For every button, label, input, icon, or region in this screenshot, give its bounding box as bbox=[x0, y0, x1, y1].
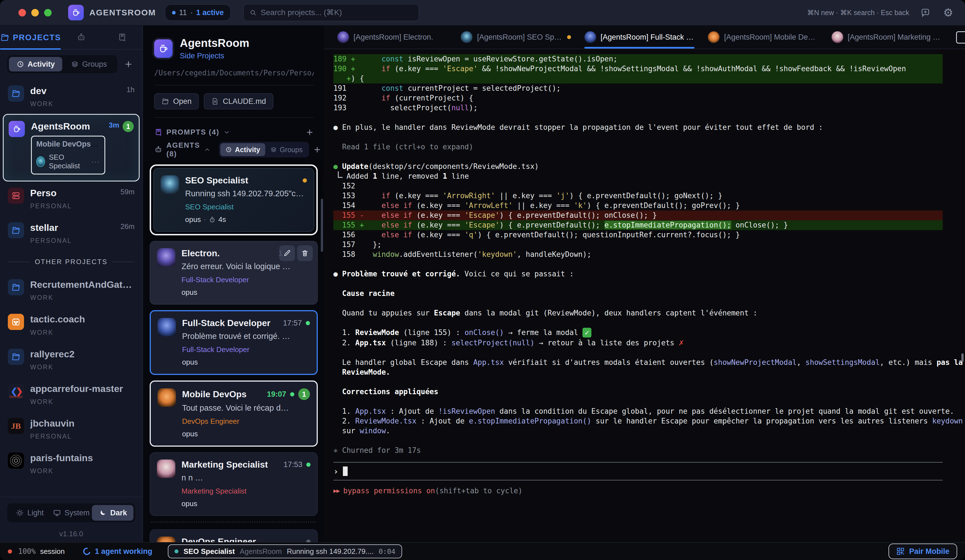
open-folder-button[interactable]: Open bbox=[154, 93, 199, 109]
edit-agent-button[interactable] bbox=[279, 245, 295, 261]
prompts-section-header[interactable]: PROMPTS (4) bbox=[143, 126, 324, 139]
statusbar: 100% session 1 agent working SEO Special… bbox=[0, 542, 965, 560]
project-info: rallyerec2WORK bbox=[30, 349, 134, 371]
plus-icon bbox=[313, 145, 321, 154]
panel-scrollbar[interactable] bbox=[321, 199, 323, 252]
terminal-tab--agentsroom-marketing-[interactable]: [AgentsRoom] Marketing … bbox=[825, 26, 948, 49]
chevron-up-icon[interactable] bbox=[204, 146, 211, 153]
theme-dark-button[interactable]: Dark bbox=[92, 505, 134, 521]
agent-status-dot bbox=[306, 540, 311, 542]
terminal-line bbox=[334, 113, 943, 122]
agent-info: Marketing Specialist17:53n n …Marketing … bbox=[182, 459, 311, 508]
meta-separator: · bbox=[204, 215, 206, 224]
tab-agents[interactable] bbox=[61, 26, 101, 49]
focused-agent-outline: SEO SpecialistRunning ssh 149.202.79.205… bbox=[150, 165, 318, 235]
project-item-dev[interactable]: devWORK1h bbox=[3, 79, 140, 114]
theme-light-button[interactable]: Light bbox=[9, 505, 51, 521]
project-item-Perso[interactable]: PersoPERSONAL59m bbox=[3, 181, 140, 216]
agent-card-devops-engineer[interactable]: DevOps EngineerDevOps Engineeropus bbox=[150, 529, 318, 542]
session-count: 11 bbox=[179, 8, 187, 17]
agent-card-mobile-devops[interactable]: Mobile DevOps19:071Tout passe. Voici le … bbox=[150, 380, 318, 447]
active-agent-pill[interactable]: SEO Specialist AgentsRoom Running ssh 14… bbox=[168, 544, 402, 558]
delete-agent-button[interactable] bbox=[297, 245, 313, 261]
agent-avatar bbox=[157, 388, 176, 407]
project-icon bbox=[154, 39, 173, 58]
project-info: paris-funtainsWORK bbox=[30, 452, 134, 475]
agent-info: Full-Stack Developer17:57Problème trouvé… bbox=[182, 318, 310, 367]
project-item-AgentsRoom[interactable]: AgentsRoomMobile DevOps: Tout passe. Vo.… bbox=[3, 114, 140, 181]
tab-prompts[interactable] bbox=[101, 26, 142, 49]
project-name: rallyerec2 bbox=[30, 349, 134, 359]
panel-layout-icon[interactable] bbox=[956, 31, 965, 44]
active-sessions-badge[interactable]: 11 · 1 active bbox=[165, 4, 231, 21]
add-prompt-button[interactable] bbox=[306, 128, 314, 137]
server-icon bbox=[8, 188, 24, 204]
project-item-paris-funtains[interactable]: paris-funtainsWORK bbox=[3, 446, 140, 481]
project-item-jbchauvin[interactable]: JBjbchauvinPERSONAL bbox=[3, 412, 140, 446]
agents-filter-groups[interactable]: Groups bbox=[265, 143, 308, 156]
clock-icon bbox=[225, 146, 232, 153]
agent-name: Full-Stack Developer bbox=[182, 318, 271, 328]
terminal-scrollbar[interactable] bbox=[962, 353, 963, 362]
terminal-line: 152 bbox=[334, 181, 943, 191]
add-agent-button[interactable] bbox=[313, 145, 321, 154]
projects-list: devWORK1hAgentsRoomMobile DevOps: Tout p… bbox=[0, 77, 142, 496]
folder-icon bbox=[8, 279, 24, 296]
window-close-button[interactable] bbox=[18, 9, 26, 16]
agents-section-header: AGENTS (8) Activity Groups bbox=[143, 139, 324, 160]
agents-label: AGENTS (8) bbox=[167, 141, 200, 158]
moon-icon bbox=[98, 509, 107, 517]
project-info: stellarPERSONAL bbox=[30, 222, 117, 245]
terminal-line bbox=[334, 348, 943, 358]
permissions-mode-hint: ▶▶ bypass permissions on (shift+tab to c… bbox=[334, 486, 943, 496]
sidebar: PROJECTS Activity Groups bbox=[0, 26, 143, 542]
theme-dark-label: Dark bbox=[110, 509, 127, 517]
add-project-button[interactable] bbox=[122, 57, 135, 71]
agent-card-electron-[interactable]: Electron.Zéro erreur. Voici la logique …… bbox=[150, 241, 318, 305]
agent-status-dot bbox=[175, 549, 178, 553]
agent-model-name: opus bbox=[182, 288, 197, 297]
plus-icon bbox=[306, 128, 314, 137]
agent-info: Mobile DevOps19:071Tout passe. Voici le … bbox=[182, 388, 310, 438]
agent-card-seo-specialist[interactable]: SEO SpecialistRunning ssh 149.202.79.205… bbox=[153, 168, 314, 232]
window-minimize-button[interactable] bbox=[31, 9, 39, 16]
project-item-rallyerec2[interactable]: rallyerec2WORK bbox=[3, 343, 140, 377]
filter-groups[interactable]: Groups bbox=[62, 57, 116, 72]
project-item-appcarrefour-master[interactable]: ❮❯Martiniqueappcarrefour-masterWORK bbox=[3, 377, 140, 412]
agent-card-marketing-specialist[interactable]: Marketing Specialist17:53n n …Marketing … bbox=[150, 452, 318, 516]
feedback-button[interactable] bbox=[919, 6, 932, 19]
tab-projects[interactable]: PROJECTS bbox=[0, 26, 61, 49]
monitor-icon bbox=[53, 509, 61, 517]
project-item-RecrutementAndGateway[interactable]: RecrutementAndGatewayWORK bbox=[3, 273, 140, 308]
agent-card-full-stack-developer[interactable]: Full-Stack Developer17:57Problème trouvé… bbox=[150, 310, 318, 375]
search-input-wrap[interactable] bbox=[243, 4, 419, 21]
agents-filter-activity[interactable]: Activity bbox=[220, 143, 265, 156]
project-item-stellar[interactable]: stellarPERSONAL26m bbox=[3, 216, 140, 251]
project-item-tactic.coach[interactable]: tactic.coachWORK bbox=[3, 308, 140, 342]
project-group-link[interactable]: Side Projects bbox=[180, 52, 249, 60]
preview-agent-name: Mobile DevOps: bbox=[36, 140, 98, 148]
terminal-prompt[interactable]: › bbox=[334, 462, 943, 480]
terminal-output-area[interactable]: 189 + const isReviewOpen = useReviewStor… bbox=[324, 49, 965, 542]
filter-activity[interactable]: Activity bbox=[9, 57, 62, 72]
project-category: WORK bbox=[30, 329, 134, 336]
terminal-tab--agentsroom-full-stack-[interactable]: [AgentsRoom] Full-Stack … bbox=[578, 26, 701, 49]
preview-subagent-name: SEO Specialist bbox=[49, 153, 87, 170]
agent-avatar bbox=[157, 248, 175, 266]
claude-md-button[interactable]: CLAUDE.md bbox=[204, 93, 273, 109]
theme-system-button[interactable]: System bbox=[51, 505, 92, 521]
project-preview-box[interactable]: Mobile DevOps: Tout passe. Vo...SEO Spec… bbox=[31, 136, 105, 175]
project-name: appcarrefour-master bbox=[30, 383, 134, 394]
agents-working-label[interactable]: 1 agent working bbox=[95, 547, 152, 556]
diff-line: 189 + const isReviewOpen = useReviewStor… bbox=[334, 54, 943, 64]
terminal-tab--agentsroom-seo-speci-[interactable]: [AgentsRoom] SEO Speci… bbox=[454, 26, 577, 49]
search-input[interactable] bbox=[261, 8, 413, 17]
project-time: 3m bbox=[109, 121, 119, 129]
window-zoom-button[interactable] bbox=[44, 9, 52, 16]
terminal-tab--agentsroom-mobile-dev-[interactable]: [AgentsRoom] Mobile Dev… bbox=[701, 26, 824, 49]
terminal-tab--agentsroom-electron-[interactable]: [AgentsRoom] Electron. bbox=[330, 26, 454, 49]
prompts-label: PROMPTS (4) bbox=[167, 128, 219, 137]
sidebar-footer: Light System Dark v1.16.0 bbox=[0, 496, 142, 542]
pair-mobile-button[interactable]: Pair Mobile bbox=[888, 544, 957, 559]
settings-button[interactable]: ⚙ bbox=[942, 6, 955, 19]
